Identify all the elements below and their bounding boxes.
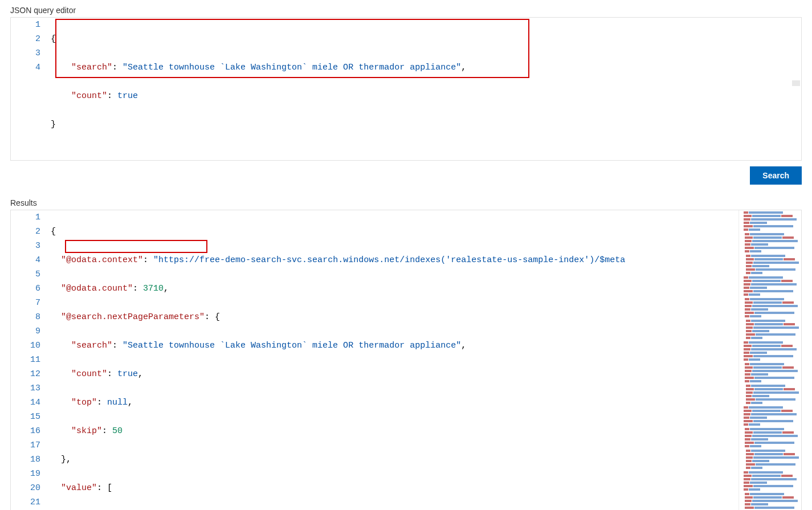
query-search-value: Seattle townhouse `Lake Washington` miel… — [128, 63, 456, 72]
search-button[interactable]: Search — [750, 166, 802, 185]
results-code: { "@odata.context": "https://free-demo-s… — [51, 210, 738, 510]
query-editor-label: JSON query editor — [10, 6, 802, 15]
results-gutter: 1234 5678 9101112 13141516 17181920 2122… — [11, 210, 51, 510]
results-minimap[interactable] — [738, 210, 801, 510]
npp-skip-value: 50 — [112, 426, 123, 436]
npp-search-value: Seattle townhouse `Lake Washington` miel… — [128, 341, 456, 350]
query-code[interactable]: { "search": "Seattle townhouse `Lake Was… — [51, 18, 801, 160]
odata-context-value: https://free-demo-search-svc.search.wind… — [158, 255, 625, 265]
json-query-editor[interactable]: 1 2 3 4 { "search": "Seattle townhouse `… — [10, 17, 802, 161]
results-viewer[interactable]: 1234 5678 9101112 13141516 17181920 2122… — [10, 210, 802, 510]
odata-count-value: 3710 — [143, 284, 164, 293]
query-scroll-indicator — [792, 80, 800, 86]
query-gutter: 1 2 3 4 — [11, 18, 51, 160]
results-label: Results — [10, 198, 802, 207]
